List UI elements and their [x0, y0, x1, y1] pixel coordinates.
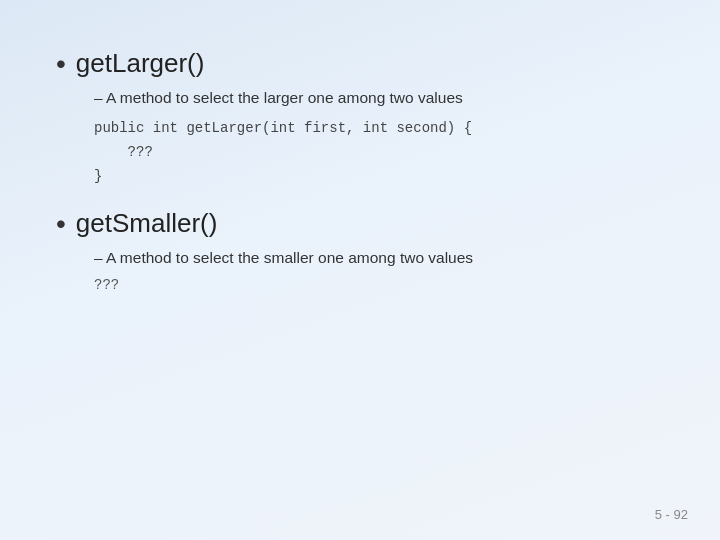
getLarger-code: public int getLarger(int first, int seco… — [94, 117, 664, 188]
bullet-getSmaller-title: • getSmaller() — [56, 208, 664, 239]
code-line-1: public int getLarger(int first, int seco… — [94, 117, 664, 141]
bullet-getLarger-title: • getLarger() — [56, 48, 664, 79]
code-line-3: } — [94, 165, 664, 189]
getSmaller-code: ??? — [94, 277, 664, 293]
page-number: 5 - 92 — [655, 507, 688, 522]
getSmaller-code-line-1: ??? — [94, 277, 664, 293]
bullet-dot-2: • — [56, 210, 66, 238]
bullet-getSmaller: • getSmaller() – A method to select the … — [56, 208, 664, 293]
getLarger-subtitle: – A method to select the larger one amon… — [94, 89, 664, 107]
getSmaller-subtitle: – A method to select the smaller one amo… — [94, 249, 664, 267]
getLarger-label: getLarger() — [76, 48, 205, 79]
slide: • getLarger() – A method to select the l… — [0, 0, 720, 540]
code-line-2: ??? — [94, 141, 664, 165]
bullet-dot-1: • — [56, 50, 66, 78]
bullet-getLarger: • getLarger() – A method to select the l… — [56, 48, 664, 194]
getSmaller-label: getSmaller() — [76, 208, 218, 239]
